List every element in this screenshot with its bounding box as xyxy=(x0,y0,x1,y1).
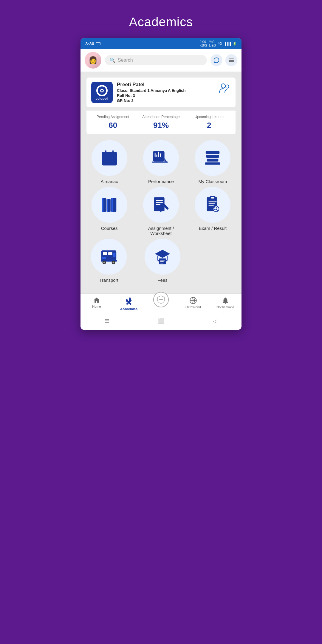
courses-icon xyxy=(100,196,119,214)
grid-row-2: Courses Assignment / Worksheet xyxy=(83,187,239,236)
stats-row: Pending Assignment 60 Attendance Percent… xyxy=(86,110,236,134)
sys-menu-btn[interactable]: ☰ xyxy=(96,317,118,326)
svg-rect-46 xyxy=(156,204,161,205)
svg-rect-5 xyxy=(229,61,234,62)
performance-icon xyxy=(152,149,170,167)
transport-icon xyxy=(100,247,118,266)
svg-rect-42 xyxy=(111,198,113,212)
grid-row-1: Almanac Performance xyxy=(83,140,239,184)
grid-row-3: Transport Fees xyxy=(83,239,239,283)
transport-label: Transport xyxy=(99,278,118,283)
svg-rect-38 xyxy=(102,198,103,212)
network-speed: 0.00KB/S xyxy=(200,40,207,47)
nav-academics-label: Academics xyxy=(120,307,137,311)
stat-value-pending: 60 xyxy=(89,121,137,130)
grid-item-assignment-worksheet[interactable]: Assignment / Worksheet xyxy=(139,187,183,236)
sys-back-btn[interactable]: ◁ xyxy=(204,317,226,326)
people-icon xyxy=(219,83,231,94)
svg-rect-35 xyxy=(207,159,219,162)
center-button-circle xyxy=(153,292,169,307)
svg-rect-45 xyxy=(156,202,163,203)
nav-notifications[interactable]: Notifications xyxy=(209,297,242,312)
search-bar[interactable]: 🔍 Search xyxy=(105,55,207,65)
stat-label-upcoming: Upcoming Lecture xyxy=(185,115,233,119)
nav-notifications-label: Notifications xyxy=(216,305,234,309)
system-nav: ☰ ⬜ ◁ xyxy=(80,314,242,330)
octopod-logo: octopod xyxy=(91,82,113,103)
search-icon: 🔍 xyxy=(110,58,115,63)
chat-icon xyxy=(213,57,220,64)
carrier: Yo0LiEB xyxy=(209,40,216,47)
my-classroom-label: My Classroom xyxy=(198,179,227,184)
exam-icon-circle xyxy=(195,187,230,223)
nav-octoworld-label: OctoWorld xyxy=(185,305,201,309)
svg-rect-70 xyxy=(160,260,165,261)
nav-home[interactable]: Home xyxy=(80,297,113,312)
almanac-label: Almanac xyxy=(100,179,118,184)
octoworld-icon xyxy=(189,297,197,304)
friends-icon[interactable] xyxy=(219,83,231,96)
avatar-image: 👩 xyxy=(85,52,101,69)
grid-item-my-classroom[interactable]: My Classroom xyxy=(190,140,235,184)
svg-rect-3 xyxy=(229,59,234,59)
svg-rect-31 xyxy=(160,154,161,157)
menu-button[interactable] xyxy=(225,54,237,66)
assignment-icon-circle xyxy=(143,187,179,223)
nav-academics[interactable]: Academics xyxy=(113,297,145,312)
almanac-icon-simple xyxy=(100,149,118,167)
svg-rect-30 xyxy=(158,152,159,157)
menu-icon xyxy=(228,57,235,64)
chat-button[interactable] xyxy=(210,54,222,66)
exam-label: Exam / Result xyxy=(199,226,227,231)
profile-info: Preeti Patel Class: Standard 1 Annanya A… xyxy=(117,82,215,103)
signal-4g: 4G xyxy=(218,42,222,45)
svg-rect-40 xyxy=(107,199,108,212)
student-name: Preeti Patel xyxy=(117,82,215,88)
notifications-icon xyxy=(222,297,229,304)
svg-rect-62 xyxy=(102,257,106,259)
header: 👩 🔍 Search xyxy=(80,49,242,72)
grid-item-fees[interactable]: Fees xyxy=(140,239,185,283)
svg-rect-71 xyxy=(160,261,164,262)
signal-bars: ▐▐▐ xyxy=(224,42,231,45)
plus-shield-icon xyxy=(157,295,165,304)
grid-item-courses[interactable]: Courses xyxy=(87,187,132,236)
roll-info: Roll No: 3 xyxy=(117,93,215,98)
grid-item-almanac[interactable]: Almanac xyxy=(87,140,132,184)
grid-item-performance[interactable]: Performance xyxy=(139,140,183,184)
grid-item-transport[interactable]: Transport xyxy=(86,239,131,283)
svg-rect-53 xyxy=(209,203,215,204)
svg-rect-0 xyxy=(96,42,100,45)
status-right: 0.00KB/S Yo0LiEB 4G ▐▐▐ 🔋 xyxy=(200,40,237,47)
stat-label-pending: Pending Assignment xyxy=(89,115,137,119)
svg-rect-34 xyxy=(206,155,219,158)
nav-octoworld[interactable]: OctoWorld xyxy=(177,297,209,312)
svg-rect-52 xyxy=(209,201,217,202)
avatar[interactable]: 👩 xyxy=(85,52,101,69)
svg-point-7 xyxy=(226,85,229,88)
status-bar: 3:30 0.00KB/S Yo0LiEB 4G ▐▐▐ 🔋 xyxy=(80,38,242,49)
transport-icon-circle xyxy=(91,239,127,275)
screen-icon xyxy=(96,42,101,45)
svg-point-6 xyxy=(221,84,225,88)
svg-rect-72 xyxy=(160,263,163,263)
svg-rect-59 xyxy=(103,252,107,255)
grid-section: Almanac Performance xyxy=(80,137,242,289)
exam-icon xyxy=(203,196,222,214)
header-icons xyxy=(210,54,237,66)
svg-rect-44 xyxy=(156,200,163,201)
stat-value-attendance: 91% xyxy=(137,121,185,130)
academics-icon-cross xyxy=(125,298,133,306)
svg-rect-28 xyxy=(155,153,156,157)
courses-label: Courses xyxy=(101,226,118,231)
class-info: Class: Standard 1 Annanya A English xyxy=(117,88,215,93)
svg-rect-51 xyxy=(211,197,215,199)
performance-icon-circle xyxy=(143,140,179,176)
svg-rect-60 xyxy=(108,252,112,255)
grid-item-exam-result[interactable]: Exam / Result xyxy=(190,187,235,236)
stat-upcoming-lecture: Upcoming Lecture 2 xyxy=(185,115,233,130)
battery: 🔋 xyxy=(233,42,237,46)
svg-rect-36 xyxy=(205,162,220,165)
sys-home-btn[interactable]: ⬜ xyxy=(149,317,174,326)
nav-center-button[interactable]: . xyxy=(145,297,177,312)
